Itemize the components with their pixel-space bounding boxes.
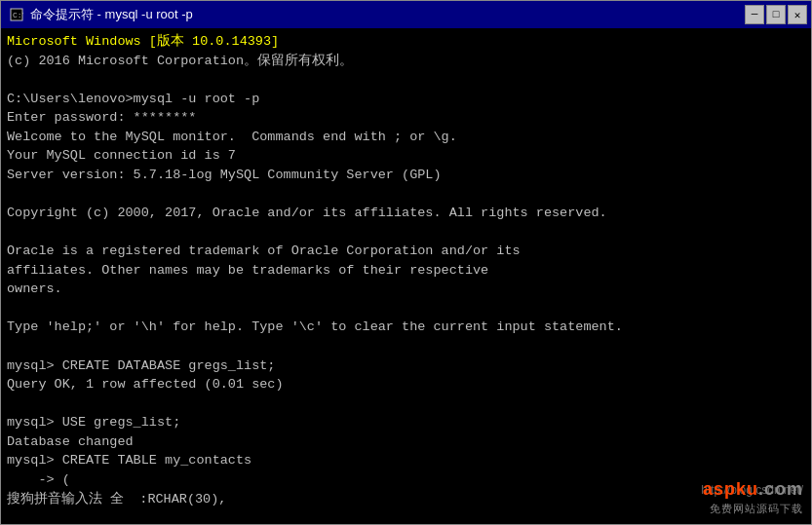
line-13: mysql> CREATE DATABASE gregs_list; [7, 358, 275, 373]
close-button[interactable]: ✕ [788, 5, 807, 24]
watermark-brand: aspku.com 免费网站源码下载 [703, 470, 803, 516]
line-14: Query OK, 1 row affected (0.01 sec) [7, 377, 284, 392]
free-text: 免费网站源码下载 [703, 502, 803, 516]
line-10: affiliates. Other names may be trademark… [7, 263, 488, 278]
console-area: Microsoft Windows [版本 10.0.14393] (c) 20… [1, 28, 811, 524]
line-15: mysql> USE gregs_list; [7, 415, 180, 430]
line-12: Type 'help;' or '\h' for help. Type '\c'… [7, 319, 623, 334]
brand-name: aspku [703, 479, 758, 499]
line-4: Enter password: ******** [7, 110, 196, 125]
line-5: Welcome to the MySQL monitor. Commands e… [7, 130, 457, 144]
line-17: mysql> CREATE TABLE my_contacts [7, 453, 251, 468]
line-8: Copyright (c) 2000, 2017, Oracle and/or … [7, 206, 607, 220]
line-3: C:\Users\lenovo>mysql -u root -p [7, 92, 259, 106]
line-7: Server version: 5.7.18-log MySQL Communi… [7, 168, 442, 182]
line-16: Database changed [7, 434, 134, 449]
line-6: Your MySQL connection id is 7 [7, 148, 236, 163]
line-18: -> ( [7, 472, 70, 487]
console-output: Microsoft Windows [版本 10.0.14393] (c) 20… [7, 32, 805, 508]
minimize-button[interactable]: ─ [745, 5, 764, 24]
brand-suffix: .com [758, 479, 803, 499]
line-1: Microsoft Windows [版本 10.0.14393] [7, 34, 279, 49]
maximize-button[interactable]: □ [766, 5, 786, 24]
window-title: 命令提示符 - mysql -u root -p [30, 6, 803, 23]
cmd-icon: C:\ [9, 7, 24, 22]
svg-text:C:\: C:\ [13, 11, 23, 19]
window-controls[interactable]: ─ □ ✕ [745, 5, 807, 24]
line-11: owners. [7, 281, 62, 296]
line-19: 搜狗拼音输入法 全 :RCHAR(30), [7, 492, 226, 506]
line-9: Oracle is a registered trademark of Orac… [7, 244, 521, 258]
titlebar: C:\ 命令提示符 - mysql -u root -p ─ □ ✕ [1, 1, 811, 28]
cmd-window: C:\ 命令提示符 - mysql -u root -p ─ □ ✕ Micro… [0, 0, 812, 525]
line-2: (c) 2016 Microsoft Corporation。保留所有权利。 [7, 54, 353, 68]
